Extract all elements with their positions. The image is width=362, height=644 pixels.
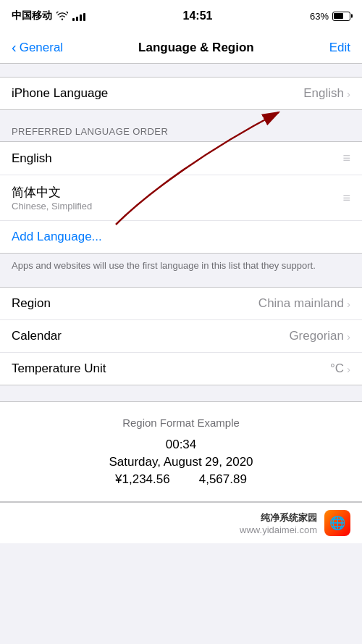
temperature-item[interactable]: Temperature Unit °C › <box>0 353 362 385</box>
watermark-text: 纯净系统家园 www.yidaimei.com <box>240 511 317 535</box>
watermark-url: www.yidaimei.com <box>240 524 317 535</box>
format-example-time: 00:34 <box>12 438 350 452</box>
calendar-chevron-icon: › <box>347 330 350 343</box>
watermark-logo-icon: 🌐 <box>329 515 345 531</box>
format-example-numbers: ¥1,234.56 4,567.89 <box>12 472 350 487</box>
region-list: Region China mainland › Calendar Gregori… <box>0 287 362 385</box>
temperature-label: Temperature Unit <box>12 361 106 376</box>
chinese-lang-row: 简体中文 Chinese, Simplified ≡ <box>12 184 350 212</box>
language-chinese-label: 简体中文 <box>12 184 92 201</box>
signal-bar-1 <box>72 18 75 21</box>
format-example-title: Region Format Example <box>12 417 350 429</box>
iphone-language-value: English › <box>303 86 350 101</box>
preferred-language-footer: Apps and websites will use the first lan… <box>0 254 362 284</box>
format-example-number: 4,567.89 <box>199 472 247 487</box>
battery-percent: 63% <box>310 11 329 22</box>
format-example-box: Region Format Example 00:34 Saturday, Au… <box>0 401 362 502</box>
iphone-language-section: iPhone Language English › <box>0 77 362 110</box>
region-value-text: China mainland <box>258 296 344 311</box>
iphone-language-list: iPhone Language English › <box>0 77 362 110</box>
signal-bar-4 <box>83 13 85 21</box>
add-language-label: Add Language... <box>12 230 102 244</box>
preferred-language-list: English ≡ 简体中文 Chinese, Simplified ≡ Add… <box>0 141 362 254</box>
signal-bar-2 <box>76 17 78 21</box>
back-button[interactable]: ‹ General <box>12 41 63 55</box>
iphone-language-chevron-icon: › <box>347 88 350 100</box>
iphone-language-label: iPhone Language <box>12 86 108 101</box>
add-language-button[interactable]: Add Language... <box>0 221 362 253</box>
language-english-label: English <box>12 151 52 166</box>
battery-icon <box>332 12 350 21</box>
signal-bar-3 <box>80 14 82 21</box>
language-chinese-sublabel: Chinese, Simplified <box>12 201 92 212</box>
language-item-chinese[interactable]: 简体中文 Chinese, Simplified ≡ <box>0 175 362 221</box>
calendar-value: Gregorian › <box>289 329 350 343</box>
iphone-language-value-text: English <box>303 86 344 101</box>
chinese-lang-text-block: 简体中文 Chinese, Simplified <box>12 184 92 212</box>
battery-fill <box>334 13 343 19</box>
temperature-chevron-icon: › <box>347 363 350 375</box>
format-example-date: Saturday, August 29, 2020 <box>12 455 350 469</box>
region-chevron-icon: › <box>347 298 350 310</box>
language-item-english[interactable]: English ≡ <box>0 142 362 175</box>
status-bar: 中国移动 14:51 63% <box>0 0 362 32</box>
region-item[interactable]: Region China mainland › <box>0 288 362 320</box>
iphone-language-item[interactable]: iPhone Language English › <box>0 78 362 109</box>
signal-bars <box>72 12 85 21</box>
preferred-language-header: PREFERRED LANGUAGE ORDER <box>0 126 362 141</box>
drag-handle-icon[interactable]: ≡ <box>342 151 350 166</box>
preferred-language-section: PREFERRED LANGUAGE ORDER English ≡ 简体中文 … <box>0 126 362 284</box>
calendar-label: Calendar <box>12 329 62 343</box>
calendar-item[interactable]: Calendar Gregorian › <box>0 320 362 353</box>
region-section: Region China mainland › Calendar Gregori… <box>0 287 362 385</box>
battery-box <box>332 12 350 21</box>
region-label: Region <box>12 296 51 311</box>
format-example-section: Region Format Example 00:34 Saturday, Au… <box>0 401 362 502</box>
temperature-value: °C › <box>330 361 350 376</box>
back-label: General <box>20 41 63 55</box>
status-time: 14:51 <box>183 9 213 22</box>
nav-bar: ‹ General Language & Region Edit <box>0 32 362 64</box>
status-right: 63% <box>310 11 350 22</box>
region-value: China mainland › <box>258 296 350 311</box>
calendar-value-text: Gregorian <box>289 329 344 343</box>
watermark-logo: 🌐 <box>324 510 350 536</box>
wifi-icon <box>56 12 68 20</box>
back-chevron-icon: ‹ <box>12 40 17 54</box>
drag-handle-chinese-icon[interactable]: ≡ <box>342 191 350 206</box>
status-left: 中国移动 <box>12 9 85 22</box>
carrier-label: 中国移动 <box>12 9 52 22</box>
watermark-site: 纯净系统家园 <box>240 511 317 524</box>
watermark: 纯净系统家园 www.yidaimei.com 🌐 <box>0 502 362 543</box>
edit-button[interactable]: Edit <box>329 41 350 55</box>
temperature-value-text: °C <box>330 361 344 376</box>
page-title: Language & Region <box>138 41 254 55</box>
format-example-currency: ¥1,234.56 <box>115 472 170 487</box>
